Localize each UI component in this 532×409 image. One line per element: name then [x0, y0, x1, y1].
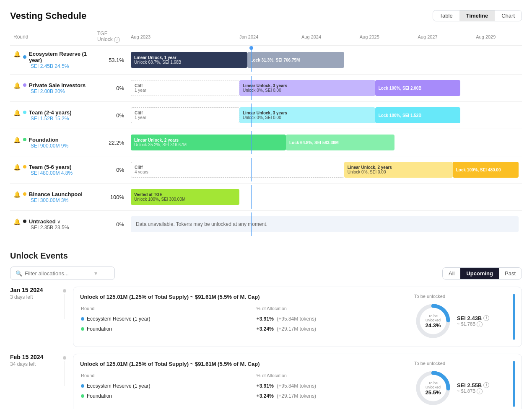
alloc-pct: +3.91%: [257, 383, 274, 389]
vesting-bar[interactable]: Lock 100%, SEI 480.00: [453, 162, 519, 178]
bell-icon[interactable]: 🔔: [13, 51, 21, 57]
alloc-tokens: (+29.17M tokens): [277, 393, 316, 399]
blue-accent-bar: [513, 294, 515, 340]
alloc-cell: +3.24% (+29.17M tokens): [257, 324, 407, 334]
round-sub: SEI 1.52B 15.2%: [31, 116, 72, 122]
round-row: Ecosystem Reserve (1 year) +3.91% (+95.8…: [81, 381, 407, 391]
event-rounds-table: Round % of Allocation Ecosystem Reserve …: [80, 304, 407, 334]
event-header: Unlock of 125.01M (1.25% of Total Supply…: [80, 294, 407, 300]
round-label: Foundation: [87, 326, 112, 332]
filter-all-button[interactable]: All: [443, 268, 460, 279]
tge-value: 0%: [94, 156, 127, 184]
round-dot-label: Ecosystem Reserve (1 year): [81, 383, 256, 389]
round-sub: SEI 900.00M 9%: [31, 143, 68, 149]
untracked-bar: Data unavailable. Tokens may be unlocked…: [131, 216, 519, 232]
vesting-bar[interactable]: Lock 100%, SEI 2.00B: [375, 80, 461, 96]
event-card: Unlock of 125.01M (1.25% of Total Supply…: [73, 287, 522, 347]
bell-icon[interactable]: 🔔: [13, 191, 21, 198]
bell-icon[interactable]: 🔔: [13, 137, 21, 143]
filter-past-button[interactable]: Past: [499, 268, 522, 279]
search-icon: 🔍: [16, 270, 22, 277]
event-date: Jan 15 2024: [10, 287, 56, 293]
table-row: 🔔 Ecosystem Reserve (1 year) SEI 2.45B 2…: [10, 46, 522, 75]
timeline-bar-area: Cliff4 yearsLinear Unlock, 2 yearsUnlock…: [131, 158, 519, 181]
round-dot: [81, 327, 84, 331]
round-col-header: Round: [81, 305, 256, 313]
today-line: [251, 185, 252, 209]
round-sub: SEI 2.35B 23.5%: [31, 225, 69, 230]
vesting-bar[interactable]: Linear Unlock, 3 yearsUnlock 0%, SEI 0.0…: [239, 80, 375, 96]
table-row: 🔔 Team (5-6 years) SEI 480.00M 4.8% 0%Cl…: [10, 156, 522, 184]
round-sub: SEI 300.00M 3%: [31, 197, 83, 203]
vesting-bar[interactable]: Lock 31.3%, SEI 766.75M: [247, 52, 344, 68]
donut-label: To beunlocked 25.5%: [426, 381, 441, 396]
vesting-bar[interactable]: Linear Unlock, 2 yearsUnlock 35.2%, SEI …: [131, 135, 286, 150]
sei-info-icon: i: [483, 382, 489, 388]
round-row: Foundation +3.24% (+29.17M tokens): [81, 391, 407, 401]
usd-amount: ~ $1.87B i: [457, 388, 489, 394]
connector-dot: [63, 356, 66, 360]
alloc-cell: +3.24% (+29.17M tokens): [257, 391, 407, 401]
event-days-left: 34 days left: [10, 361, 56, 367]
event-card-right: To be unlocked To beunlocked 25.5%: [414, 361, 506, 407]
view-timeline-button[interactable]: Timeline: [459, 10, 495, 21]
round-dot-label: Ecosystem Reserve (1 year): [81, 316, 256, 322]
table-row: 🔔 Binance Launchpool SEI 300.00M 3% 100%…: [10, 184, 522, 211]
tick-jan2024: Jan 2024: [239, 34, 258, 39]
event-card: Unlock of 125.01M (1.25% of Total Supply…: [73, 354, 522, 409]
view-table-button[interactable]: Table: [433, 10, 459, 21]
event-date-col: Feb 15 2024 34 days left: [10, 354, 56, 367]
round-col-header: Round: [81, 372, 256, 381]
timeline-header: Aug 2023 Jan 2024 Aug 2024 Aug 2025 Aug …: [127, 28, 522, 46]
round-name: Private Sale Investors: [23, 82, 86, 88]
round-sub: SEI 2.00B 20%: [31, 88, 86, 94]
vesting-bar[interactable]: Cliff1 year: [131, 107, 239, 123]
bell-icon[interactable]: 🔔: [13, 218, 21, 225]
chevron-down-icon[interactable]: ▾: [94, 270, 97, 277]
vesting-bar[interactable]: Linear Unlock, 1 yearUnlock 68.7%, SEI 1…: [131, 52, 247, 68]
round-sub: SEI 2.45B 24.5%: [31, 63, 91, 69]
sei-info-icon: i: [483, 315, 489, 321]
search-input[interactable]: [25, 270, 92, 277]
vesting-bar[interactable]: Linear Unlock, 2 yearsUnlock 0%, SEI 0.0…: [344, 162, 453, 178]
bell-icon[interactable]: 🔔: [13, 164, 21, 171]
timeline-bar-area: Cliff1 yearLinear Unlock, 3 yearsUnlock …: [131, 76, 519, 100]
usd-info-icon: i: [477, 388, 483, 394]
vesting-bar[interactable]: Vested at TGEUnlock 100%, SEI 300.00M: [131, 189, 239, 205]
today-line: [251, 212, 252, 236]
table-row: 🔔 Foundation SEI 900.00M 9% 22.2%Linear …: [10, 129, 522, 156]
view-chart-button[interactable]: Chart: [495, 10, 522, 21]
bell-icon[interactable]: 🔔: [13, 109, 21, 116]
bell-icon[interactable]: 🔔: [13, 82, 21, 89]
tge-value: 100%: [94, 184, 127, 211]
alloc-cell: +3.91% (+95.84M tokens): [257, 314, 407, 324]
donut-label: To beunlocked 24.3%: [426, 314, 441, 329]
donut-label-pct: 25.5%: [426, 389, 441, 396]
event-card-left: Unlock of 125.01M (1.25% of Total Supply…: [80, 294, 407, 340]
vesting-bar[interactable]: Cliff4 years: [131, 162, 344, 178]
vesting-bar[interactable]: Cliff1 year: [131, 80, 239, 96]
tick-aug2025: Aug 2025: [360, 34, 379, 39]
vesting-bar[interactable]: Linear Unlock, 3 yearsUnlock 0%, SEI 0.0…: [239, 107, 375, 123]
tge-value: 0%: [94, 102, 127, 129]
timeline-bar-area: Cliff1 yearLinear Unlock, 3 yearsUnlock …: [131, 104, 519, 127]
donut-chart: To beunlocked 24.3%: [414, 302, 452, 340]
today-line: [251, 131, 252, 154]
round-name: Binance Launchpool: [23, 191, 83, 197]
view-toggle: Table Timeline Chart: [433, 10, 522, 21]
alloc-tokens: (+95.84M tokens): [277, 383, 316, 389]
sei-amount-row: SEI 2.55B i: [457, 382, 489, 388]
vesting-bar[interactable]: Lock 100%, SEI 1.52B: [375, 107, 461, 123]
blue-accent-bar: [513, 361, 515, 407]
round-row: Ecosystem Reserve (1 year) +3.91% (+95.8…: [81, 314, 407, 324]
today-line: [251, 158, 252, 181]
table-row: 🔔 Untracked ∨ SEI 2.35B 23.5% 0%Data una…: [10, 211, 522, 238]
tge-value: 53.1%: [94, 46, 127, 75]
timeline-bar-area: Data unavailable. Tokens may be unlocked…: [131, 212, 519, 236]
search-box[interactable]: 🔍 ▾: [10, 267, 115, 280]
usd-info-icon: i: [477, 321, 483, 327]
filter-upcoming-button[interactable]: Upcoming: [460, 268, 499, 279]
alloc-col-header: % of Allocation: [257, 305, 407, 313]
round-name: Team (2-4 years): [23, 109, 72, 116]
vesting-bar[interactable]: Lock 64.8%, SEI 583.38M: [286, 135, 394, 150]
